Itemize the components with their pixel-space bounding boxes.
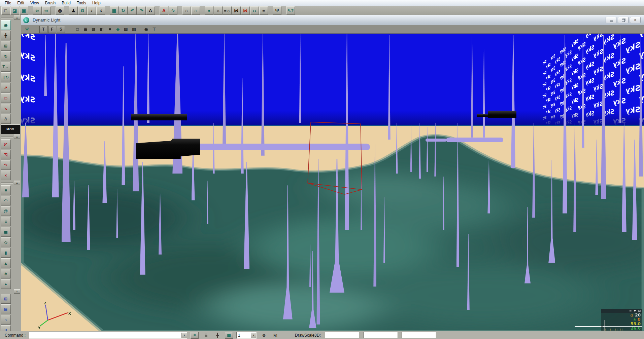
brush-spiral-stairs-button[interactable]: @ (1, 206, 11, 216)
command-dropdown-arrow[interactable]: ▼ (181, 333, 187, 338)
build-play-button[interactable]: ● (205, 6, 213, 15)
build-settings-button[interactable]: ≡ (259, 6, 268, 15)
mode-lighting-button[interactable]: ■ (106, 26, 113, 33)
mode-textured-button[interactable]: ◆ (114, 26, 122, 33)
texture-pan-button[interactable]: T↔ (1, 62, 11, 72)
terrain-edit-button[interactable]: Δ (1, 114, 11, 124)
build-lighting-button[interactable]: ☼ (214, 6, 223, 15)
grid-toggle-button[interactable]: ▦ (225, 332, 233, 339)
mode-bsp-cuts-button[interactable]: ▧ (90, 26, 97, 33)
curve-edit-button[interactable]: ↷ (1, 160, 11, 170)
brush-volumetric-button[interactable]: ∗ (1, 269, 11, 278)
rotation-grid-button[interactable]: ⊛ (260, 332, 268, 339)
texture-rotate-button[interactable]: T↻ (1, 72, 11, 82)
build-geometry-only-button[interactable]: ◘ (250, 6, 259, 15)
terrain-tool-button[interactable]: Δ (160, 6, 168, 15)
save-map-button[interactable]: ▣ (20, 6, 28, 15)
font-tool-button[interactable]: A (146, 6, 155, 15)
mode-zones-button[interactable]: ⊞ (82, 26, 89, 33)
mode-depth-button[interactable]: ▥ (130, 26, 138, 33)
restore-button[interactable] (618, 17, 629, 23)
palette-scroll-up-button[interactable]: ▲ (14, 181, 20, 185)
stats-overlay-header[interactable]: ≡▼⊡ (601, 309, 642, 313)
matinee-mov-button[interactable]: MOV (1, 124, 20, 134)
realtime-preview-button[interactable]: Ψ (23, 26, 31, 33)
brush-cylinder-button[interactable]: ▮ (1, 248, 11, 258)
shape-editor-2d-button[interactable]: ▭ (1, 93, 11, 103)
scripted-pen-button[interactable]: ∿ (169, 6, 177, 15)
grid-size-combobox[interactable]: 1 ▼ (236, 332, 257, 339)
build-geometry-button[interactable]: ⌂ (182, 6, 191, 15)
command-input[interactable] (29, 333, 181, 338)
overlay-header-icon[interactable]: ≡ (629, 309, 632, 312)
brush-cube-button[interactable]: ■ (1, 185, 11, 195)
brush-snap-scale-button[interactable]: ↘ (1, 104, 11, 113)
minimize-button[interactable] (606, 17, 616, 23)
sound-browser-button[interactable]: ♫ (96, 6, 105, 15)
actor-move-button[interactable]: ╋ (1, 31, 11, 40)
play-level-button[interactable]: Ψ (273, 6, 281, 15)
overlay-header-icon[interactable]: ⊡ (638, 309, 641, 312)
vertex-delete-button[interactable]: × (1, 171, 11, 180)
texture-usage-button[interactable]: T (39, 26, 47, 33)
mode-polys-button[interactable]: ◧ (98, 26, 105, 33)
palette-scroll-up-button[interactable]: ▲ (14, 135, 20, 139)
palette-scroll-up-button[interactable]: ▲ (14, 289, 20, 294)
solid-shading-button[interactable]: S (57, 26, 65, 33)
scale-snap-button[interactable]: ◱ (271, 332, 279, 339)
brush-rotate-button[interactable]: ↻ (1, 51, 11, 61)
brush-cone-button[interactable]: ▲ (1, 258, 11, 268)
build-options-button[interactable]: ⌂ (191, 6, 200, 15)
close-button[interactable]: × (630, 17, 641, 23)
sheet-diag-a-button[interactable]: ◸ (1, 139, 11, 149)
menu-item-build[interactable]: Build (59, 0, 73, 6)
prefab-browser-button[interactable]: ↶ (128, 6, 137, 15)
mesh-viewer-button[interactable]: ↻ (119, 6, 128, 15)
drawscale3d-y-input[interactable] (363, 332, 398, 338)
menu-item-edit[interactable]: Edit (14, 0, 27, 6)
menu-item-view[interactable]: View (28, 0, 42, 6)
mode-wireframe-button[interactable]: □ (74, 26, 81, 33)
group-browser-button[interactable]: ↷ (137, 6, 146, 15)
csg-subtract-button[interactable]: ⊟ (1, 304, 11, 314)
csg-add-button[interactable]: ⊞ (1, 294, 11, 304)
grid-size-dropdown-arrow[interactable]: ▼ (251, 333, 256, 338)
viewport-3d[interactable]: Sky Sky Sky Sky Sky Sky Sky Sky Sky Sky … (21, 34, 644, 331)
drawscale3d-x-input[interactable] (325, 332, 359, 338)
search-actors-button[interactable]: ◎ (56, 6, 64, 15)
brush-flat-sheet-button[interactable]: ◇ (1, 237, 11, 247)
menu-item-file[interactable]: File (2, 0, 14, 6)
menu-item-tools[interactable]: Tools (74, 0, 89, 6)
build-paths-button[interactable]: ⋈ (232, 6, 241, 15)
actor-classes-button[interactable]: ♟ (69, 6, 78, 15)
build-paths-changed-button[interactable]: ⋈ (241, 6, 250, 15)
sheet-diag-b-button[interactable]: ◹ (1, 150, 11, 159)
build-all-lights-button[interactable]: ≡☼ (223, 6, 232, 15)
brush-curved-stairs-button[interactable]: ◠ (1, 196, 11, 205)
csg-intersect-button[interactable]: ∩ (1, 315, 11, 325)
viewport-pin-button[interactable]: ⊤ (150, 26, 158, 33)
lock-button[interactable] (202, 332, 210, 339)
log-window-button[interactable]: ≡ (191, 332, 199, 339)
mode-zone-portal-button[interactable]: ▤ (122, 26, 130, 33)
menu-item-brush[interactable]: Brush (42, 0, 58, 6)
brush-translate-button[interactable]: ⊞ (1, 41, 11, 51)
context-help-button[interactable]: ↖? (286, 6, 295, 15)
brush-sphere-button[interactable]: ● (1, 279, 11, 289)
palette-scroll-up-button[interactable]: ▲ (14, 15, 20, 20)
new-map-button[interactable]: □ (1, 6, 10, 15)
show-actors-button[interactable]: ◉ (142, 26, 150, 33)
redo-button[interactable]: ⇨ (42, 6, 51, 15)
open-map-button[interactable]: ◪ (10, 6, 19, 15)
script-browser-button[interactable]: G (78, 6, 87, 15)
drawscale3d-z-input[interactable] (402, 332, 436, 338)
brush-linear-stairs-button[interactable]: ≡ (1, 217, 11, 226)
vertex-snap-button[interactable]: ╋ (213, 332, 222, 339)
brush-terrain-sheet-button[interactable]: ▦ (1, 227, 11, 237)
brush-scale-button[interactable]: ↗ (1, 83, 11, 92)
camera-mode-button[interactable]: ◉ (1, 20, 11, 30)
undo-button[interactable]: ⇦ (33, 6, 42, 15)
menu-item-help[interactable]: Help (90, 0, 103, 6)
music-browser-button[interactable]: ♪ (87, 6, 96, 15)
texture-browser-button[interactable]: ▦ (110, 6, 118, 15)
